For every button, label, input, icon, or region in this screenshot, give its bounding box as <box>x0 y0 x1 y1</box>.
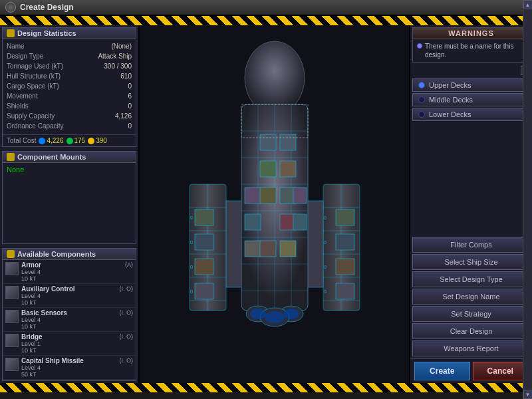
lower-decks-button[interactable]: Lower Decks <box>412 108 530 121</box>
cost-yellow: 390 <box>88 137 107 144</box>
list-item[interactable]: Basic Sensors Level 410 kT (I, O) <box>3 308 136 332</box>
components-scrollbar: ▲ ▼ <box>523 0 532 399</box>
svg-text:0: 0 <box>190 240 193 245</box>
stat-design-type: Design Type Attack Ship <box>7 51 132 61</box>
stat-tonnage: Tonnage Used (kT) 300 / 300 <box>7 61 132 71</box>
credits-icon <box>39 138 45 144</box>
lower-decks-label: Lower Decks <box>429 110 471 118</box>
component-mounts-section: Component Mounts None ▲ ▼ <box>2 151 136 244</box>
svg-rect-46 <box>293 214 307 230</box>
svg-rect-36 <box>260 134 276 150</box>
stat-cargo: Cargo Space (kT) 0 <box>7 81 132 91</box>
warnings-section: WARNINGS There must be a name for this d… <box>412 27 530 63</box>
select-ship-size-button[interactable]: Select Ship Size <box>412 254 530 270</box>
svg-rect-51 <box>195 234 213 250</box>
select-design-type-button[interactable]: Select Design Type <box>412 271 530 287</box>
svg-rect-52 <box>195 259 213 275</box>
warning-item: There must be a name for this design. <box>413 39 529 62</box>
list-item[interactable]: Armor Level 410 kT (A) <box>3 260 136 284</box>
components-scroll-up[interactable]: ▲ <box>523 0 533 9</box>
svg-rect-40 <box>245 188 261 203</box>
middle-decks-label: Middle Decks <box>429 96 473 104</box>
svg-rect-53 <box>195 283 213 299</box>
minerals-icon <box>66 138 73 144</box>
svg-rect-38 <box>260 161 276 177</box>
svg-rect-54 <box>336 209 354 225</box>
design-statistics-title: Design Statistics <box>17 29 76 37</box>
upper-decks-label: Upper Decks <box>429 81 471 89</box>
list-item[interactable]: Cargo Bay Level 420 kT (I, O) <box>3 380 136 380</box>
mounts-title: Component Mounts <box>17 153 86 161</box>
mounts-none-label: None <box>7 166 24 174</box>
right-spacer <box>410 123 532 235</box>
list-item[interactable]: Bridge Level 110 kT (I, O) <box>3 332 136 356</box>
design-statistics-header: Design Statistics <box>3 28 136 39</box>
svg-rect-47 <box>245 241 261 257</box>
weapons-report-button[interactable]: Weapons Report <box>412 340 530 356</box>
window-icon <box>5 2 16 13</box>
warning-dot-icon <box>417 43 422 49</box>
total-cost-row: Total Cost 4,226 175 390 <box>3 134 136 146</box>
stat-hull: Hull Structure (kT) 610 <box>7 71 132 81</box>
svg-text:0: 0 <box>190 265 193 269</box>
cost-green: 175 <box>66 137 86 144</box>
set-design-name-button[interactable]: Set Design Name <box>412 289 530 305</box>
design-statistics-section: Design Statistics Name (None) Design Typ… <box>2 27 136 147</box>
svg-point-34 <box>283 309 299 319</box>
available-components-section: Available Components Armor Level 410 kT … <box>2 248 136 381</box>
cap-ship-missile-icon <box>5 358 19 371</box>
create-button[interactable]: Create <box>414 362 470 380</box>
lower-decks-indicator <box>418 111 425 118</box>
mounts-icon <box>7 153 15 161</box>
components-scroll-down[interactable]: ▼ <box>523 390 533 399</box>
svg-point-17 <box>245 41 305 114</box>
svg-rect-56 <box>336 259 354 275</box>
organics-icon <box>88 138 94 144</box>
top-hazard-stripe <box>0 16 532 25</box>
mounts-body: None <box>3 163 136 243</box>
stats-icon <box>7 29 15 37</box>
filter-comps-button[interactable]: Filter Comps <box>412 237 530 253</box>
list-item[interactable]: Capital Ship Missile Level 450 kT (I, O) <box>3 356 136 380</box>
middle-decks-indicator <box>418 96 425 103</box>
svg-rect-49 <box>280 241 296 257</box>
list-item[interactable]: Auxiliary Control Level 410 kT (I, O) <box>3 284 136 308</box>
svg-rect-50 <box>195 209 213 225</box>
clear-design-button[interactable]: Clear Design <box>412 323 530 339</box>
svg-text:0: 0 <box>190 289 193 294</box>
title-bar: Create Design <box>0 0 532 16</box>
stat-shields: Shields 0 <box>7 101 132 111</box>
svg-rect-37 <box>280 134 296 150</box>
components-list: Armor Level 410 kT (A) Auxiliary Control… <box>3 260 136 380</box>
cost-blue: 4,226 <box>39 137 63 144</box>
svg-point-35 <box>265 311 285 323</box>
cancel-button[interactable]: Cancel <box>473 362 529 380</box>
stat-movement: Movement 6 <box>7 91 132 101</box>
stat-name: Name (None) <box>7 41 132 51</box>
stats-table: Name (None) Design Type Attack Ship Tonn… <box>3 39 136 133</box>
mounts-header: Component Mounts <box>3 152 136 163</box>
aux-control-icon <box>5 286 19 299</box>
middle-decks-button[interactable]: Middle Decks <box>412 93 530 106</box>
set-strategy-button[interactable]: Set Strategy <box>412 306 530 322</box>
svg-rect-39 <box>280 161 296 177</box>
warnings-scroll-area: ▼ <box>410 65 532 76</box>
svg-text:0: 0 <box>324 240 327 245</box>
svg-rect-48 <box>260 241 276 257</box>
left-panel: Design Statistics Name (None) Design Typ… <box>0 25 140 383</box>
svg-rect-55 <box>336 234 354 250</box>
components-icon <box>7 250 15 258</box>
upper-decks-button[interactable]: Upper Decks <box>412 78 530 92</box>
warnings-header: WARNINGS <box>413 28 529 39</box>
components-title: Available Components <box>17 250 96 258</box>
right-panel: WARNINGS There must be a name for this d… <box>409 25 532 383</box>
svg-rect-44 <box>245 214 261 230</box>
bottom-hazard-stripe <box>0 383 532 392</box>
components-header: Available Components <box>3 249 136 260</box>
svg-text:0: 0 <box>324 265 327 269</box>
bottom-buttons: Create Cancel <box>410 358 532 383</box>
svg-rect-41 <box>260 188 276 203</box>
main-layout: Design Statistics Name (None) Design Typ… <box>0 25 532 383</box>
svg-text:0: 0 <box>324 215 327 220</box>
svg-rect-43 <box>293 188 307 203</box>
